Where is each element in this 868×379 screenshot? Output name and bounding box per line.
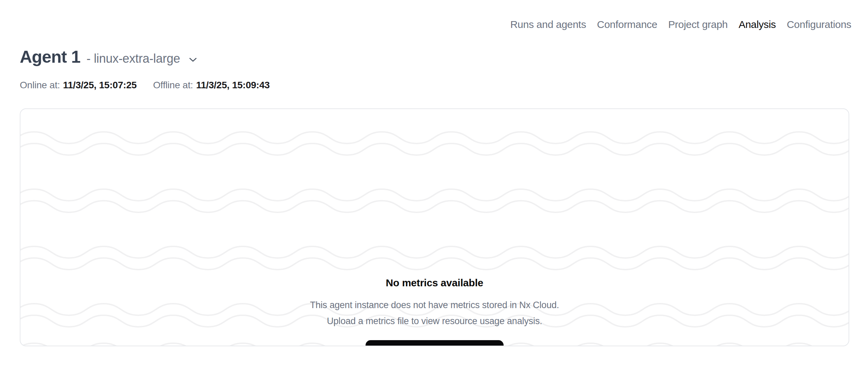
- nav-item-analysis[interactable]: Analysis: [738, 17, 776, 32]
- agent-launch-template: - linux-extra-large: [87, 51, 180, 66]
- nav-item-conformance[interactable]: Conformance: [597, 17, 657, 32]
- nav-item-runs-and-agents[interactable]: Runs and agents: [510, 17, 586, 32]
- online-at-label: Online at:: [20, 80, 60, 90]
- nav-item-configurations[interactable]: Configurations: [787, 17, 851, 32]
- offline-at-value: 11/3/25, 15:09:43: [196, 80, 270, 90]
- page-title: Agent 1: [20, 48, 80, 66]
- empty-state-content: No metrics available This agent instance…: [20, 109, 849, 346]
- offline-at-label: Offline at:: [153, 80, 193, 90]
- offline-at: Offline at:11/3/25, 15:09:43: [153, 79, 270, 91]
- online-at: Online at:11/3/25, 15:07:25: [20, 79, 137, 91]
- agent-selector[interactable]: Agent 1 - linux-extra-large: [20, 48, 199, 66]
- empty-state-line1: This agent instance does not have metric…: [20, 299, 849, 312]
- online-at-value: 11/3/25, 15:07:25: [63, 80, 137, 90]
- agent-meta: Online at:11/3/25, 15:07:25 Offline at:1…: [20, 79, 270, 91]
- chevron-down-icon[interactable]: [187, 54, 199, 66]
- nav-item-project-graph[interactable]: Project graph: [668, 17, 728, 32]
- top-nav: Runs and agents Conformance Project grap…: [510, 17, 851, 32]
- empty-state-heading: No metrics available: [20, 277, 849, 289]
- empty-state-line2: Upload a metrics file to view resource u…: [20, 315, 849, 328]
- metrics-empty-state-card: No metrics available This agent instance…: [20, 108, 849, 346]
- upload-metrics-file-button[interactable]: Upload metrics file: [365, 340, 504, 346]
